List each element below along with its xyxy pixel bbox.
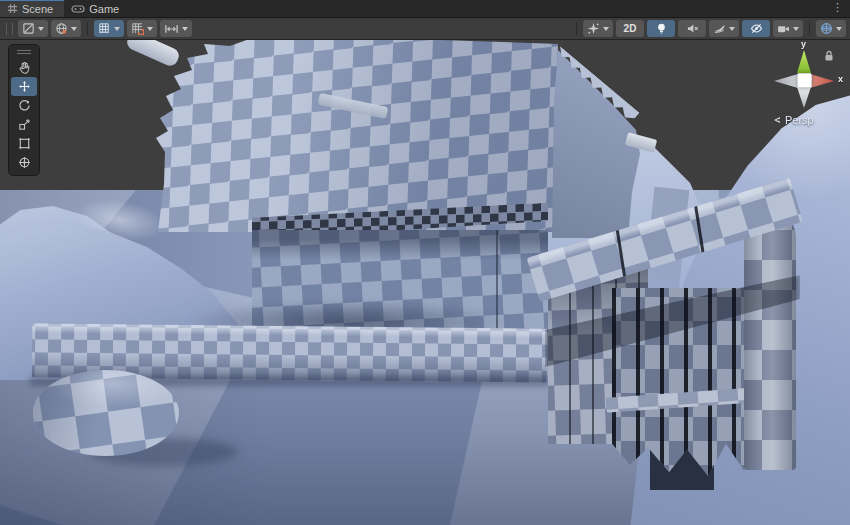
chevron-down-icon xyxy=(71,27,77,31)
chevron-down-icon xyxy=(182,27,188,31)
tools-overlay xyxy=(8,44,40,176)
tab-game[interactable]: Game xyxy=(64,0,130,17)
tab-game-label: Game xyxy=(89,3,119,15)
toolbar-separator xyxy=(576,22,577,35)
tab-options-menu[interactable]: ⋮ xyxy=(825,0,850,17)
rect-tool-button[interactable] xyxy=(11,134,37,153)
camera-overlay-dropdown[interactable] xyxy=(773,20,803,37)
lock-icon[interactable] xyxy=(824,50,834,62)
grid-snap-dropdown[interactable] xyxy=(127,20,157,37)
shed-right-post[interactable] xyxy=(744,212,796,470)
rect-icon xyxy=(18,137,31,150)
grid-snap-icon xyxy=(131,22,144,35)
tools-drag-handle[interactable] xyxy=(17,50,31,54)
transform-icon xyxy=(18,156,31,169)
scene-toolbar: 2D xyxy=(0,18,850,40)
projection-label: Persp xyxy=(785,114,814,126)
move-tool-button[interactable] xyxy=(11,77,37,96)
move-snap-icon xyxy=(164,23,179,35)
draw-mode-icon xyxy=(22,22,35,35)
scene-viewport[interactable]: y x Persp xyxy=(0,40,850,525)
chevron-down-icon xyxy=(729,27,735,31)
scale-icon xyxy=(18,118,31,131)
gizmos-dropdown[interactable] xyxy=(816,20,846,37)
chevron-down-icon xyxy=(603,27,609,31)
negative-y-axis-cone[interactable] xyxy=(797,87,811,108)
draw-mode-dropdown[interactable] xyxy=(18,20,48,37)
toolbar-right-group: 2D xyxy=(573,20,846,37)
x-axis-cone[interactable] xyxy=(810,74,834,88)
tab-scene-label: Scene xyxy=(22,3,53,15)
effects-sparkle-icon xyxy=(587,22,600,35)
gizmos-globe-icon xyxy=(820,22,833,35)
gizmo-center-cube[interactable] xyxy=(797,73,812,88)
camera-icon xyxy=(777,24,790,34)
scene-grid-icon xyxy=(7,3,18,14)
hand-icon xyxy=(18,61,31,74)
round-stump[interactable] xyxy=(33,370,179,456)
grid-visibility-dropdown[interactable] xyxy=(94,20,124,37)
2d-toggle-label: 2D xyxy=(624,23,637,34)
gamepad-icon xyxy=(71,4,85,14)
chevron-down-icon xyxy=(114,27,120,31)
chevron-down-icon xyxy=(836,27,842,31)
eye-slash-icon xyxy=(750,23,763,34)
move-snap-dropdown[interactable] xyxy=(160,20,192,37)
chevron-down-icon xyxy=(38,27,44,31)
tab-scene[interactable]: Scene xyxy=(0,0,64,17)
fx-dropdown[interactable] xyxy=(709,20,739,37)
chevron-down-icon xyxy=(793,27,799,31)
toolbar-separator xyxy=(87,22,88,35)
x-axis-label: x xyxy=(838,74,843,84)
effects-dropdown[interactable] xyxy=(583,20,613,37)
negative-x-axis-cone[interactable] xyxy=(774,74,798,88)
persp-arrow-icon xyxy=(772,115,782,125)
move-icon xyxy=(18,80,31,93)
lighting-toggle[interactable] xyxy=(647,20,675,37)
rotate-tool-button[interactable] xyxy=(11,96,37,115)
post-shading xyxy=(744,212,796,470)
environment-globe-icon xyxy=(55,22,68,35)
grid-visibility-icon xyxy=(98,22,111,35)
toolbar-drag-handle[interactable] xyxy=(6,23,13,35)
transform-tool-button[interactable] xyxy=(11,153,37,172)
scale-tool-button[interactable] xyxy=(11,115,37,134)
unity-editor-window: Scene Game ⋮ xyxy=(0,0,850,525)
y-axis-label: y xyxy=(801,40,806,49)
view-tab-bar: Scene Game ⋮ xyxy=(0,0,850,18)
fx-swoosh-icon xyxy=(713,23,726,34)
hand-tool-button[interactable] xyxy=(11,58,37,77)
y-axis-cone[interactable] xyxy=(797,50,811,73)
toolbar-separator xyxy=(809,22,810,35)
2d-toggle[interactable]: 2D xyxy=(616,20,644,37)
scene-visibility-toggle[interactable] xyxy=(742,20,770,37)
audio-toggle[interactable] xyxy=(678,20,706,37)
projection-toggle[interactable]: Persp xyxy=(772,114,814,126)
audio-mute-icon xyxy=(686,23,699,34)
stump-shading xyxy=(33,370,179,456)
lighting-bulb-icon xyxy=(656,22,667,35)
environment-dropdown[interactable] xyxy=(51,20,81,37)
chevron-down-icon xyxy=(147,27,153,31)
rotate-icon xyxy=(18,99,31,112)
roof-beam-left[interactable] xyxy=(125,40,182,68)
